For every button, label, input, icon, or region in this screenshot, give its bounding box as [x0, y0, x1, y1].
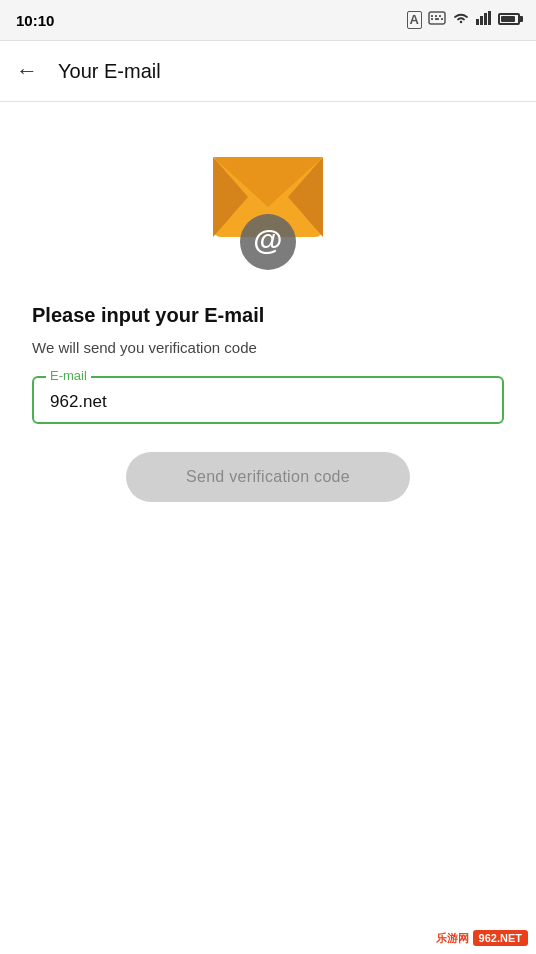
watermark-site-label: 962.NET	[473, 930, 528, 946]
watermark-area: 乐游网 962.NET	[436, 930, 528, 946]
back-button[interactable]: ←	[16, 60, 38, 82]
svg-rect-8	[480, 16, 483, 25]
main-heading: Please input your E-mail	[32, 304, 504, 327]
email-illustration: @	[193, 142, 343, 272]
send-verification-button[interactable]: Send verification code	[126, 452, 410, 502]
keyboard-icon	[428, 11, 446, 29]
watermark-sub-label: 乐游网	[436, 931, 469, 946]
status-time: 10:10	[16, 12, 54, 29]
email-input-label: E-mail	[46, 368, 91, 383]
battery-icon	[498, 11, 520, 29]
signal-icon	[476, 11, 492, 29]
wifi-icon	[452, 11, 470, 29]
svg-rect-7	[476, 19, 479, 25]
svg-rect-2	[435, 15, 437, 17]
main-content: @ Please input your E-mail We will send …	[0, 102, 536, 534]
input-mode-icon: A	[407, 11, 422, 29]
status-bar: 10:10 A	[0, 0, 536, 40]
svg-rect-9	[484, 13, 487, 25]
page-title: Your E-mail	[58, 60, 161, 83]
svg-rect-4	[431, 18, 433, 20]
email-input-wrapper: E-mail	[32, 376, 504, 424]
status-icons: A	[407, 11, 520, 29]
app-bar: ← Your E-mail	[0, 41, 536, 101]
svg-rect-10	[488, 11, 491, 25]
svg-text:@: @	[253, 223, 282, 256]
svg-rect-1	[431, 15, 433, 17]
svg-rect-6	[441, 18, 443, 20]
svg-rect-3	[439, 15, 441, 17]
email-input[interactable]	[50, 392, 486, 412]
svg-rect-5	[435, 18, 439, 20]
sub-text: We will send you verification code	[32, 339, 504, 356]
